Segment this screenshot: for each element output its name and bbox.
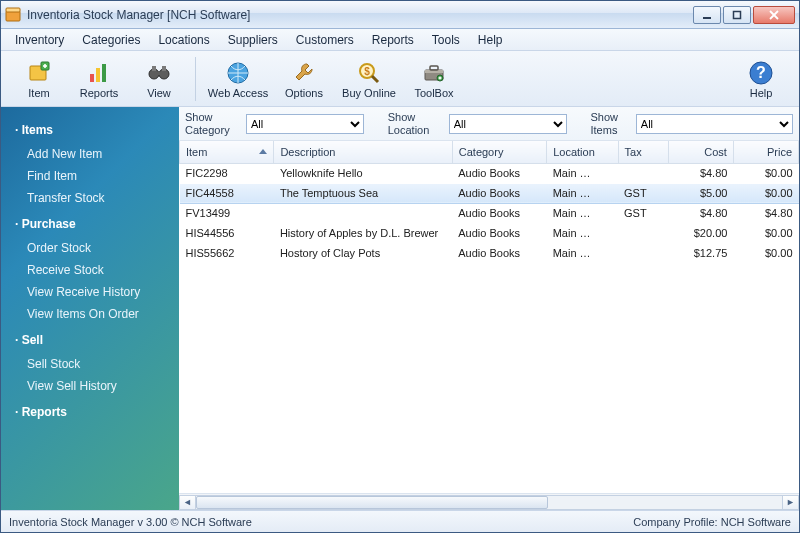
sidebar-group-items[interactable]: Items (1, 115, 179, 143)
cell: Audio Books (452, 203, 546, 223)
cell: Audio Books (452, 223, 546, 243)
menu-categories[interactable]: Categories (74, 31, 148, 49)
toolbar-separator (195, 57, 196, 101)
col-tax[interactable]: Tax (618, 141, 668, 163)
sidebar-link[interactable]: View Sell History (1, 375, 179, 397)
show-items-select[interactable]: All (636, 114, 793, 134)
svg-rect-3 (734, 11, 741, 18)
menu-locations[interactable]: Locations (150, 31, 217, 49)
svg-text:$: $ (364, 66, 370, 77)
sidebar-link[interactable]: Order Stock (1, 237, 179, 259)
globe-icon (224, 59, 252, 87)
col-category[interactable]: Category (452, 141, 546, 163)
title-bar: Inventoria Stock Manager [NCH Software] (1, 1, 799, 29)
magnifier-dollar-icon: $ (355, 59, 383, 87)
sidebar-link[interactable]: Receive Stock (1, 259, 179, 281)
cell: Main … (547, 183, 618, 203)
scroll-track[interactable] (196, 495, 782, 510)
sidebar-link[interactable]: Sell Stock (1, 353, 179, 375)
cell: Audio Books (452, 243, 546, 263)
app-window: Inventoria Stock Manager [NCH Software] … (0, 0, 800, 533)
cell: $0.00 (733, 163, 798, 183)
close-button[interactable] (753, 6, 795, 24)
menu-tools[interactable]: Tools (424, 31, 468, 49)
toolbar-view-label: View (147, 87, 171, 99)
menu-reports[interactable]: Reports (364, 31, 422, 49)
scroll-thumb[interactable] (196, 496, 548, 509)
sidebar-group-purchase[interactable]: Purchase (1, 209, 179, 237)
toolbar-buy-online-button[interactable]: $ Buy Online (334, 54, 404, 104)
menu-help[interactable]: Help (470, 31, 511, 49)
show-location-select[interactable]: All (449, 114, 567, 134)
cell: Main … (547, 223, 618, 243)
show-location-label: Show Location (388, 111, 443, 135)
sidebar-link[interactable]: Find Item (1, 165, 179, 187)
sidebar-group-reports[interactable]: Reports (1, 397, 179, 425)
col-price[interactable]: Price (733, 141, 798, 163)
cell: Audio Books (452, 183, 546, 203)
cell: HIS44556 (180, 223, 274, 243)
table-body: FIC2298Yellowknife HelloAudio BooksMain … (180, 163, 799, 263)
cell: The Temptuous Sea (274, 183, 452, 203)
cell: FIC44558 (180, 183, 274, 203)
sidebar-link[interactable]: Transfer Stock (1, 187, 179, 209)
cell: $5.00 (668, 183, 733, 203)
cell: FV13499 (180, 203, 274, 223)
toolbar-options-button[interactable]: Options (274, 54, 334, 104)
toolbar-reports-button[interactable]: Reports (69, 54, 129, 104)
box-plus-icon (25, 59, 53, 87)
col-location[interactable]: Location (547, 141, 618, 163)
toolbar-toolbox-button[interactable]: ToolBox (404, 54, 464, 104)
cell (618, 163, 668, 183)
horizontal-scrollbar[interactable]: ◄ ► (179, 493, 799, 510)
menu-customers[interactable]: Customers (288, 31, 362, 49)
sidebar-group-sell[interactable]: Sell (1, 325, 179, 353)
show-category-select[interactable]: All (246, 114, 364, 134)
table-wrap: ItemDescriptionCategoryLocationTaxCostPr… (179, 141, 799, 493)
status-right: Company Profile: NCH Software (633, 516, 791, 528)
scroll-left-button[interactable]: ◄ (179, 495, 196, 510)
status-bar: Inventoria Stock Manager v 3.00 © NCH So… (1, 510, 799, 532)
cell: $0.00 (733, 243, 798, 263)
app-icon (5, 7, 21, 23)
table-row[interactable]: FIC44558The Temptuous SeaAudio BooksMain… (180, 183, 799, 203)
table-row[interactable]: FV13499Audio BooksMain …GST$4.80$4.80 (180, 203, 799, 223)
window-title: Inventoria Stock Manager [NCH Software] (27, 8, 693, 22)
sidebar-link[interactable]: View Items On Order (1, 303, 179, 325)
menu-suppliers[interactable]: Suppliers (220, 31, 286, 49)
menu-bar: InventoryCategoriesLocationsSuppliersCus… (1, 29, 799, 51)
minimize-button[interactable] (693, 6, 721, 24)
table-header: ItemDescriptionCategoryLocationTaxCostPr… (180, 141, 799, 163)
svg-rect-12 (102, 64, 106, 82)
sidebar-link[interactable]: Add New Item (1, 143, 179, 165)
toolbar-item-label: Item (28, 87, 49, 99)
scroll-right-button[interactable]: ► (782, 495, 799, 510)
col-cost[interactable]: Cost (668, 141, 733, 163)
table-row[interactable]: HIS55662Hostory of Clay PotsAudio BooksM… (180, 243, 799, 263)
cell: GST (618, 183, 668, 203)
cell: $4.80 (733, 203, 798, 223)
cell (274, 203, 452, 223)
toolbar-buy-online-label: Buy Online (342, 87, 396, 99)
table-row[interactable]: FIC2298Yellowknife HelloAudio BooksMain … (180, 163, 799, 183)
col-description[interactable]: Description (274, 141, 452, 163)
cell: Yellowknife Hello (274, 163, 452, 183)
toolbar-help-button[interactable]: ? Help (731, 54, 791, 104)
sidebar-link[interactable]: View Receive History (1, 281, 179, 303)
cell: $20.00 (668, 223, 733, 243)
cell: Main … (547, 163, 618, 183)
toolbar-web-access-button[interactable]: Web Access (202, 54, 274, 104)
cell: History of Apples by D.L. Brewer (274, 223, 452, 243)
toolbar-view-button[interactable]: View (129, 54, 189, 104)
binoculars-icon (145, 59, 173, 87)
col-item[interactable]: Item (180, 141, 274, 163)
toolbar-reports-label: Reports (80, 87, 119, 99)
cell: $4.80 (668, 163, 733, 183)
svg-text:?: ? (756, 64, 766, 81)
main-panel: Show Category All Show Location All Show… (179, 107, 799, 510)
maximize-button[interactable] (723, 6, 751, 24)
svg-line-20 (372, 76, 378, 82)
menu-inventory[interactable]: Inventory (7, 31, 72, 49)
toolbar-item-button[interactable]: Item (9, 54, 69, 104)
table-row[interactable]: HIS44556History of Apples by D.L. Brewer… (180, 223, 799, 243)
